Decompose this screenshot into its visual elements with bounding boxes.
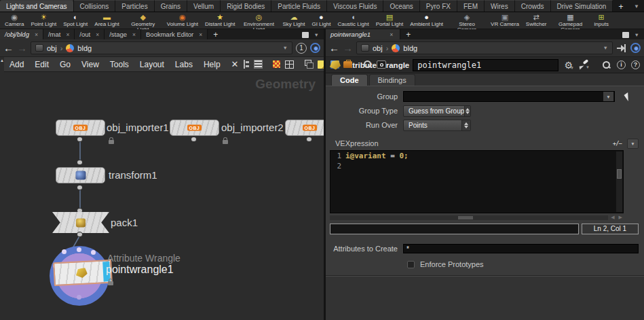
- output-connector[interactable]: [191, 137, 197, 142]
- output-connector[interactable]: [77, 232, 83, 237]
- node-label[interactable]: obj_importer1: [107, 122, 169, 133]
- tool-switcher[interactable]: ⇄Switcher: [523, 12, 550, 27]
- shelf-tab-pyro-fx[interactable]: Pyro FX: [420, 0, 457, 12]
- subnet-view-icon[interactable]: [305, 60, 314, 69]
- shelf-tab-rigid-bodies[interactable]: Rigid Bodies: [221, 0, 271, 12]
- search-icon[interactable]: [363, 60, 373, 69]
- pane-maximize-icon[interactable]: [622, 32, 629, 38]
- help-icon[interactable]: ?: [631, 60, 640, 69]
- close-icon[interactable]: ×: [390, 31, 393, 38]
- add-path-tab-button[interactable]: +: [400, 30, 416, 39]
- node-pointwrangle1[interactable]: [53, 260, 113, 286]
- brush-menu[interactable]: ▼: [580, 60, 590, 69]
- path-tab-bookmark-editor[interactable]: Bookmark Editor×: [141, 29, 208, 39]
- shelf-tab-collisions[interactable]: Collisions: [74, 0, 116, 12]
- scrollbar-handle[interactable]: [617, 169, 622, 179]
- shelf-tab-wires[interactable]: Wires: [485, 0, 515, 12]
- node-label[interactable]: obj_importer2: [221, 122, 284, 133]
- pane-menu-icon[interactable]: ▼: [314, 32, 319, 38]
- vex-code-editor[interactable]: 1 i@variant = 0; 2: [330, 150, 624, 213]
- breadcrumb[interactable]: obj › bldg ▼: [356, 41, 613, 54]
- path-tab-stage[interactable]: /stage×: [105, 29, 141, 39]
- output-connector[interactable]: [306, 137, 312, 142]
- node-obj-importer3-clipped[interactable]: OBJ: [285, 120, 324, 136]
- node-label[interactable]: transform1: [109, 169, 157, 181]
- spinner-icon[interactable]: [464, 106, 470, 116]
- menu-add[interactable]: Add: [4, 60, 29, 69]
- tool-camera[interactable]: ◉Camera: [1, 12, 27, 27]
- enforce-prototypes-checkbox[interactable]: [407, 261, 415, 268]
- output-connector[interactable]: [77, 185, 83, 190]
- tool-portal-light[interactable]: ▤Portal Light: [373, 12, 406, 27]
- network-canvas[interactable]: Geometry OBJ obj_importer1 OBJ: [0, 72, 324, 320]
- select-pointer-icon[interactable]: [624, 92, 632, 101]
- gear-menu[interactable]: ⚙▼: [565, 60, 575, 70]
- tool-area-light[interactable]: ▬Area Light: [91, 12, 122, 27]
- search-icon[interactable]: [602, 60, 611, 70]
- tool-gi-light[interactable]: ●GI Light: [308, 12, 334, 27]
- group-type-dropdown[interactable]: Guess from Group: [403, 105, 471, 117]
- shelf-tab-crowds[interactable]: Crowds: [515, 0, 551, 12]
- menu-tools[interactable]: Tools: [105, 60, 134, 69]
- shelf-tab-oceans[interactable]: Oceans: [383, 0, 419, 12]
- network-tree-icon[interactable]: [242, 60, 250, 69]
- menu-help[interactable]: Help: [198, 60, 226, 69]
- back-arrow-icon[interactable]: ←: [3, 43, 14, 53]
- breadcrumb-current[interactable]: bldg: [403, 44, 417, 52]
- group-input[interactable]: ▼: [403, 91, 615, 102]
- breadcrumb-current[interactable]: bldg: [77, 44, 92, 52]
- pane-maximize-icon[interactable]: [302, 32, 309, 38]
- node-transform1[interactable]: [56, 167, 105, 183]
- toolbox-icon[interactable]: [343, 61, 352, 68]
- grid-layout-icon[interactable]: [285, 60, 294, 69]
- color-palette-icon[interactable]: [272, 60, 281, 69]
- menu-view[interactable]: View: [76, 60, 105, 69]
- node-label[interactable]: pack1: [111, 217, 138, 228]
- customize-tools-icon[interactable]: ✕: [231, 59, 239, 69]
- tool-sky-light[interactable]: ☁Sky Light: [280, 12, 309, 27]
- tool-inputs[interactable]: ⊞inputs: [591, 12, 612, 27]
- menu-go[interactable]: Go: [54, 60, 76, 69]
- pane-menu-icon[interactable]: ▼: [634, 32, 639, 38]
- node-pack1[interactable]: [52, 212, 109, 233]
- shelf-overflow-icon[interactable]: ▼: [634, 3, 644, 12]
- chevron-down-icon[interactable]: ▼: [283, 45, 288, 51]
- shelf-tab-fem[interactable]: FEM: [457, 0, 485, 12]
- tab-bindings[interactable]: Bindings: [369, 74, 415, 86]
- breadcrumb-parent[interactable]: obj: [47, 44, 57, 52]
- path-tab-obj-bldg[interactable]: /obj/bldg×: [0, 29, 43, 39]
- spinner-icon[interactable]: [461, 120, 470, 130]
- tool-vr-camera[interactable]: ▣VR Camera: [487, 12, 523, 27]
- menu-layout[interactable]: Layout: [134, 60, 170, 69]
- node-name-input[interactable]: pointwrangle1: [413, 59, 558, 71]
- tool-volume-light[interactable]: ◉Volume Light: [164, 12, 202, 27]
- radial-menu-icon[interactable]: [310, 43, 320, 53]
- tab-code[interactable]: Code: [331, 74, 368, 86]
- shelf-tab-viscous-fluids[interactable]: Viscous Fluids: [327, 0, 383, 12]
- menu-edit[interactable]: Edit: [29, 60, 54, 69]
- chevron-down-icon[interactable]: ▼: [603, 92, 613, 101]
- scrollbar-handle[interactable]: [458, 216, 473, 219]
- tool-spot-light[interactable]: ◐Spot Light: [60, 12, 91, 27]
- tool-point-light[interactable]: ☀Point Light: [27, 12, 60, 27]
- visibility-icon[interactable]: [377, 60, 386, 69]
- close-icon[interactable]: ×: [199, 31, 202, 38]
- path-tab-out[interactable]: /out×: [75, 29, 105, 39]
- tool-distant-light[interactable]: ★Distant Light: [202, 12, 238, 27]
- editor-horizontal-scrollbar[interactable]: [330, 215, 608, 220]
- chevron-down-icon[interactable]: ▼: [603, 45, 608, 51]
- node-obj-importer1[interactable]: OBJ: [56, 120, 105, 136]
- node-obj-importer2[interactable]: OBJ: [170, 120, 219, 136]
- path-tab-mat[interactable]: /mat×: [43, 29, 75, 39]
- add-shelf-tab-button[interactable]: +: [613, 2, 628, 12]
- radial-menu-icon[interactable]: [630, 43, 641, 53]
- close-icon[interactable]: ×: [35, 31, 38, 38]
- shelf-tab-vellum[interactable]: Vellum: [187, 0, 221, 12]
- output-connector[interactable]: [77, 137, 83, 142]
- vex-menu-button[interactable]: ▼: [627, 139, 639, 149]
- snapshot-badge[interactable]: 1: [296, 43, 307, 54]
- input-connector[interactable]: [77, 160, 83, 165]
- breadcrumb[interactable]: obj › bldg ▼: [31, 41, 292, 54]
- shelf-tab-drive-simulation[interactable]: Drive Simulation: [551, 0, 613, 12]
- shelf-tab-grains[interactable]: Grains: [155, 0, 187, 12]
